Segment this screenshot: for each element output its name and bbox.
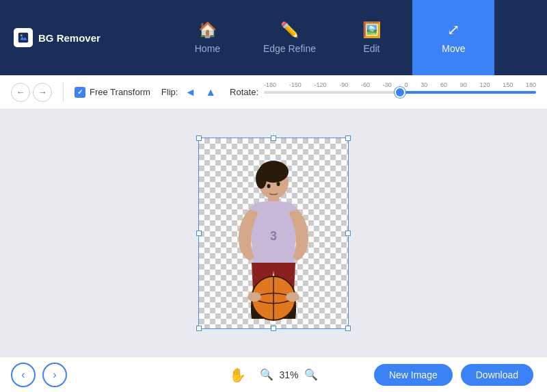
edge-refine-icon: ✏️ [280, 21, 299, 39]
tab-edge-refine-label: Edge Refine [263, 43, 316, 54]
free-transform-group: Free Transform [75, 87, 150, 98]
handle-bottom-center[interactable] [271, 326, 276, 331]
tab-home[interactable]: 🏠 Home [166, 0, 248, 75]
undo-redo-group: ← → [11, 83, 52, 102]
person-image: 3 [199, 138, 348, 328]
zoom-out-icon[interactable]: 🔍 [260, 368, 274, 381]
nav-arrows: ‹ › [11, 363, 67, 387]
flip-group: Flip: ◄ ▲ [161, 85, 219, 100]
next-button[interactable]: › [42, 363, 67, 387]
flip-vertical-button[interactable]: ▲ [202, 85, 219, 100]
edit-icon: 🖼️ [362, 21, 381, 39]
handle-top-left[interactable] [196, 135, 202, 141]
free-transform-checkbox[interactable] [75, 87, 85, 98]
rotate-group: Rotate: -180 -150 -120 -90 -60 -30 0 30 … [230, 87, 536, 97]
zoom-in-icon[interactable]: 🔍 [304, 368, 318, 381]
logo-icon [14, 28, 33, 47]
free-transform-label: Free Transform [90, 87, 150, 97]
svg-point-14 [277, 182, 280, 186]
handle-bottom-right[interactable] [345, 326, 351, 331]
tab-edit-label: Edit [363, 43, 379, 54]
divider-1 [63, 83, 64, 102]
handle-middle-left[interactable] [196, 231, 202, 236]
undo-button[interactable]: ← [11, 83, 30, 102]
bottom-bar: ‹ › ✋ 🔍 31% 🔍 New Image Download [0, 356, 547, 392]
redo-button[interactable]: → [33, 83, 52, 102]
home-icon: 🏠 [198, 21, 217, 39]
flip-horizontal-button[interactable]: ◄ [182, 85, 198, 100]
tab-move-label: Move [442, 43, 465, 54]
handle-top-center[interactable] [271, 135, 276, 141]
rotate-slider[interactable] [264, 91, 536, 94]
new-image-button[interactable]: New Image [374, 364, 453, 386]
svg-point-9 [248, 292, 261, 302]
move-icon: ⤢ [447, 21, 459, 39]
svg-point-1 [21, 35, 23, 37]
svg-point-10 [286, 292, 299, 302]
download-button[interactable]: Download [461, 364, 533, 386]
canvas-wrapper[interactable]: 3 [198, 138, 349, 329]
main-canvas-area: 3 [0, 109, 547, 356]
zoom-controls: 🔍 31% 🔍 [260, 368, 317, 381]
tab-home-label: Home [195, 43, 220, 54]
app-title: BG Remover [38, 32, 101, 44]
rotate-label: Rotate: [230, 87, 258, 97]
zoom-percent: 31% [279, 369, 298, 380]
rotate-slider-container: -180 -150 -120 -90 -60 -30 0 30 60 90 12… [264, 91, 536, 94]
handle-top-right[interactable] [345, 135, 351, 141]
tab-edit[interactable]: 🖼️ Edit [330, 0, 412, 75]
logo-area: BG Remover [0, 28, 114, 47]
svg-point-13 [267, 184, 271, 188]
hand-tool-icon[interactable]: ✋ [229, 367, 246, 383]
prev-button[interactable]: ‹ [11, 363, 36, 387]
svg-point-4 [256, 168, 267, 189]
tab-move[interactable]: ⤢ Move [412, 0, 494, 75]
header: BG Remover 🏠 Home ✏️ Edge Refine 🖼️ Edit… [0, 0, 547, 75]
handle-bottom-left[interactable] [196, 326, 202, 331]
handle-middle-right[interactable] [345, 231, 351, 236]
nav-tabs: 🏠 Home ✏️ Edge Refine 🖼️ Edit ⤢ Move [114, 0, 547, 75]
action-buttons: New Image Download [374, 364, 533, 386]
flip-label: Flip: [161, 87, 178, 97]
svg-rect-0 [18, 33, 28, 42]
toolbar: ← → Free Transform Flip: ◄ ▲ Rotate: -18… [0, 75, 547, 109]
svg-text:3: 3 [270, 229, 277, 243]
tab-edge-refine[interactable]: ✏️ Edge Refine [248, 0, 330, 75]
